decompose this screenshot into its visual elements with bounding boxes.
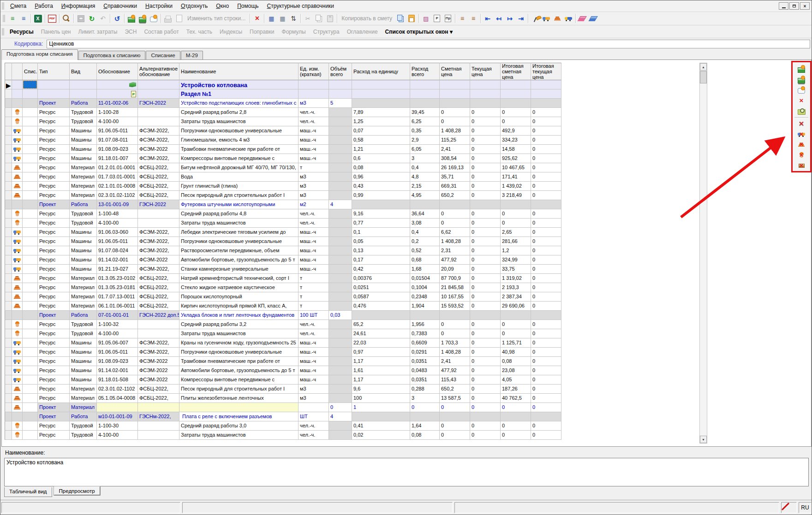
table-row[interactable]: РесурсМатериал02.3.01.02-1102ФСБЦ-2022,П… (5, 385, 561, 394)
cell[interactable]: чел.-ч. (299, 320, 329, 329)
cell[interactable]: Грунт глинистый (глина) (179, 182, 299, 191)
cell[interactable]: Затраты труда машинистов (179, 219, 299, 228)
cell[interactable]: ФСБЦ-2022, (138, 182, 179, 191)
cell[interactable]: 0,4 (410, 228, 440, 237)
cell[interactable] (531, 200, 561, 209)
writeoff-cell[interactable] (23, 265, 38, 274)
materials-button[interactable] (552, 13, 562, 24)
cell[interactable]: 925,62 (501, 154, 531, 163)
row-indicator[interactable] (5, 228, 12, 237)
cell[interactable]: Ресурс (38, 191, 70, 200)
row-indicator[interactable] (5, 394, 12, 403)
cell[interactable]: маш.-ч (299, 265, 329, 274)
page-setup-button[interactable] (174, 13, 184, 24)
cell[interactable]: 40 762,5 (501, 394, 531, 403)
cell[interactable] (352, 99, 410, 108)
cell[interactable]: 308,54 (440, 154, 470, 163)
cell[interactable]: 0 (501, 403, 531, 412)
cell[interactable] (470, 80, 501, 89)
cell[interactable]: маш.-ч (299, 154, 329, 163)
cell[interactable] (531, 80, 561, 89)
equipment-button[interactable] (563, 13, 573, 24)
cell[interactable]: 0 (531, 265, 561, 274)
cell[interactable] (329, 228, 352, 237)
cell[interactable]: 0 (531, 431, 561, 440)
cell[interactable]: Ресурс (38, 292, 70, 302)
minimize-button[interactable] (779, 2, 788, 10)
cell[interactable]: 0 (531, 283, 561, 292)
cell[interactable] (329, 329, 352, 338)
column-header[interactable]: Обоснование (97, 63, 138, 80)
cell[interactable]: м3 (299, 99, 329, 108)
cell[interactable]: 0 (501, 117, 531, 126)
scroll-down-icon[interactable]: ▼ (700, 436, 707, 443)
cell[interactable]: 650,2 (440, 191, 470, 200)
writeoff-cell[interactable] (23, 421, 38, 431)
indent-first-button[interactable]: ⇤ (483, 13, 493, 24)
cell[interactable] (299, 403, 329, 412)
writeoff-cell[interactable] (23, 99, 38, 108)
undo-button[interactable]: ↶ (98, 13, 108, 24)
panel-tab-состав-работ[interactable]: Состав работ (140, 27, 182, 37)
cell[interactable]: 65,2 (352, 320, 410, 329)
cell[interactable]: 115,25 (440, 136, 470, 145)
cell[interactable] (440, 200, 470, 209)
column-header[interactable]: Текущая цена (470, 63, 501, 80)
panel-tab-индексы[interactable]: Индексы (216, 27, 246, 37)
menu-2[interactable]: Работа (30, 1, 57, 11)
cell[interactable]: маш.-ч (299, 357, 329, 366)
cell[interactable]: 39,45 (410, 108, 440, 117)
writeoff-cell[interactable] (23, 209, 38, 219)
cell[interactable]: Средний разряд работы 3,0 (179, 421, 299, 431)
cell[interactable]: 9,16 (352, 209, 410, 219)
table-row[interactable]: РесурсМашины91.18.01-508ФСЭМ-2022Компрес… (5, 375, 561, 385)
cell[interactable] (138, 329, 179, 338)
writeoff-cell[interactable] (23, 302, 38, 311)
cell[interactable]: 0 (470, 182, 501, 191)
table-row[interactable]: ПроектМатериал0100000 (5, 403, 561, 412)
cell[interactable]: чел.-ч. (299, 108, 329, 117)
cell[interactable]: 01.7.07.13-0011 (97, 292, 138, 302)
cell[interactable]: Материал (70, 394, 97, 403)
cell[interactable]: Вода (179, 172, 299, 182)
writeoff-cell[interactable] (23, 292, 38, 302)
cell[interactable]: Машины (70, 366, 97, 375)
cell[interactable] (440, 99, 470, 108)
cell[interactable] (352, 412, 410, 421)
cell[interactable]: 3 (410, 394, 440, 403)
cell[interactable]: 91.08.09-023 (97, 145, 138, 154)
cell[interactable]: 0,35 (410, 126, 440, 136)
cell[interactable]: Материал (70, 163, 97, 172)
cell[interactable]: 0,0291 (410, 348, 440, 357)
cell[interactable]: Трудовой (70, 431, 97, 440)
cell[interactable] (38, 89, 70, 99)
row-indicator[interactable] (5, 375, 12, 385)
cell[interactable] (329, 209, 352, 219)
cell[interactable]: Ресурс (38, 283, 70, 292)
cell[interactable]: 29 690,06 (501, 302, 531, 311)
cell[interactable]: 1,25 (352, 117, 410, 126)
cell[interactable]: 0,08 (352, 163, 410, 172)
cell[interactable]: 1-100-48 (97, 209, 138, 219)
cell[interactable]: 21 845,58 (440, 283, 470, 292)
cell[interactable]: 0 (470, 163, 501, 172)
table-row[interactable]: ПроектРабота13-01-001-09ГЭСН-2022Футеров… (5, 200, 561, 209)
cell[interactable] (352, 311, 410, 320)
cell[interactable]: 0 (470, 292, 501, 302)
writeoff-cell[interactable] (23, 163, 38, 172)
cell[interactable] (329, 292, 352, 302)
cell[interactable]: Стекло жидкое натриевое каустическое (179, 283, 299, 292)
exclude-tools-button[interactable]: × (796, 119, 807, 129)
writeoff-cell[interactable] (23, 403, 38, 412)
cell[interactable]: ФСБЦ-2022, (138, 302, 179, 311)
cell[interactable]: ФСЭМ-2022 (138, 255, 179, 265)
cell[interactable]: 01.3.05.23-0102 (97, 274, 138, 283)
cut-button[interactable]: ✂ (303, 13, 313, 24)
cell[interactable]: Ресурс (38, 375, 70, 385)
cell[interactable]: Ресурс (38, 255, 70, 265)
cell[interactable]: Машины (70, 154, 97, 163)
cell[interactable] (501, 89, 531, 99)
cell[interactable]: м10-01-001-09 (97, 412, 138, 421)
table-row[interactable]: РесурсМашины91.06.05-011ФСЭМ-2022,Погруз… (5, 348, 561, 357)
cell[interactable]: 171,41 (501, 172, 531, 182)
